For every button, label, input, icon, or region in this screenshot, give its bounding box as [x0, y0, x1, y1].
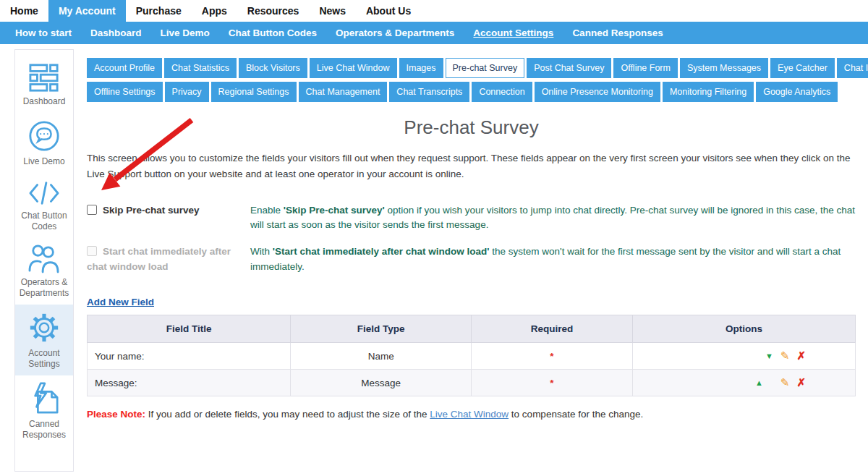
table-header-row: Field Title Field Type Required Options — [88, 315, 856, 343]
skip-pre-chat-survey-label: Skip Pre-chat survey — [103, 205, 200, 216]
survey-options: Skip Pre-chat survey Enable 'Skip Pre-ch… — [87, 203, 856, 276]
gear-icon — [27, 311, 61, 344]
edit-icon[interactable]: ✎ — [780, 349, 790, 362]
tab-google-analytics[interactable]: Google Analytics — [756, 82, 838, 102]
start-chat-immediately-label: Start chat immediately after chat window… — [87, 246, 231, 272]
tab-images[interactable]: Images — [399, 58, 443, 78]
sub-nav-chat-button-codes[interactable]: Chat Button Codes — [219, 27, 326, 38]
tab-privacy[interactable]: Privacy — [165, 82, 209, 102]
note-body: to compensate for the change. — [509, 409, 643, 420]
column-header-options: Options — [633, 315, 856, 343]
table-row: Your name: Name * ▼ ✎ ✗ — [88, 343, 856, 370]
start-option-description: With 'Start chat immediately after chat … — [250, 245, 856, 275]
description-bold-text: 'Start chat immediately after chat windo… — [273, 246, 490, 257]
survey-fields-table: Field Title Field Type Required Options … — [87, 315, 856, 396]
sidebar-item-label: Canned Responses — [17, 419, 71, 441]
tab-block-visitors[interactable]: Block Visitors — [239, 58, 307, 78]
move-up-icon[interactable]: ▲ — [755, 378, 763, 387]
move-down-icon[interactable]: ▼ — [765, 352, 773, 360]
sidebar-item-operators-departments[interactable]: Operators & Departments — [15, 238, 73, 305]
sidebar-item-label: Account Settings — [17, 348, 71, 370]
add-new-field-link[interactable]: Add New Field — [87, 297, 154, 307]
sidebar-item-canned-responses[interactable]: Canned Responses — [15, 375, 73, 446]
top-nav-news[interactable]: News — [309, 0, 356, 22]
start-chat-immediately-option: Start chat immediately after chat window… — [87, 245, 250, 275]
tab-chat-transcripts[interactable]: Chat Transcripts — [389, 82, 469, 102]
column-header-field-title: Field Title — [88, 315, 291, 343]
code-icon — [27, 179, 61, 207]
delete-icon[interactable]: ✗ — [796, 376, 806, 389]
sidebar-item-chat-button-codes[interactable]: Chat Button Codes — [15, 173, 73, 238]
tab-offline-settings[interactable]: Offline Settings — [87, 82, 163, 102]
sidebar: Dashboard Live Demo Chat Button Codes — [14, 49, 74, 472]
required-asterisk: * — [550, 351, 553, 362]
sub-nav: How to start Dashboard Live Demo Chat Bu… — [0, 22, 868, 44]
tab-chat-statistics[interactable]: Chat Statistics — [164, 58, 237, 78]
sidebar-item-label: Chat Button Codes — [17, 211, 71, 232]
live-chat-window-link[interactable]: Live Chat Window — [430, 409, 509, 420]
sidebar-item-account-settings[interactable]: Account Settings — [15, 305, 73, 375]
tab-offline-form[interactable]: Offline Form — [613, 58, 678, 78]
tab-system-messages[interactable]: System Messages — [680, 58, 768, 78]
tab-pre-chat-survey[interactable]: Pre-chat Survey — [446, 58, 525, 78]
field-title-cell: Your name: — [88, 343, 291, 370]
tab-connection[interactable]: Connection — [472, 82, 532, 102]
please-note-label: Please Note: — [87, 409, 145, 420]
tab-live-chat-window[interactable]: Live Chat Window — [310, 58, 397, 78]
top-nav-my-account[interactable]: My Account — [48, 0, 126, 22]
top-nav-resources[interactable]: Resources — [237, 0, 310, 22]
tab-monitoring-filtering[interactable]: Monitoring Filtering — [663, 82, 754, 102]
sidebar-item-label: Operators & Departments — [17, 277, 71, 299]
sub-nav-account-settings[interactable]: Account Settings — [464, 27, 563, 38]
row-options: ▼ ✎ ✗ — [640, 349, 848, 362]
sub-nav-canned-responses[interactable]: Canned Responses — [563, 27, 672, 38]
skip-option-description: Enable 'Skip Pre-chat survey' option if … — [250, 203, 856, 234]
main-content: Account Profile Chat Statistics Block Vi… — [87, 58, 856, 430]
required-asterisk: * — [550, 378, 553, 388]
start-chat-immediately-checkbox[interactable] — [87, 246, 97, 256]
sidebar-item-label: Dashboard — [23, 96, 66, 107]
tab-online-presence-monitoring[interactable]: Online Presence Monitoring — [535, 82, 660, 102]
field-type-cell: Message — [291, 370, 472, 396]
sidebar-item-label: Live Demo — [23, 156, 64, 167]
description-bold-text: 'Skip Pre-chat survey' — [284, 205, 385, 216]
sidebar-item-dashboard[interactable]: Dashboard — [15, 56, 73, 113]
delete-icon[interactable]: ✗ — [796, 349, 806, 362]
canned-responses-icon — [28, 382, 60, 415]
table-row: Message: Message * ▲ ✎ ✗ — [88, 370, 856, 396]
sub-nav-operators-departments[interactable]: Operators & Departments — [326, 27, 464, 38]
skip-pre-chat-survey-checkbox[interactable] — [87, 205, 97, 215]
column-header-required: Required — [471, 315, 632, 343]
top-nav-apps[interactable]: Apps — [192, 0, 237, 22]
tab-regional-settings[interactable]: Regional Settings — [211, 82, 297, 102]
sidebar-item-live-demo[interactable]: Live Demo — [15, 113, 73, 173]
settings-tabs-row-2: Offline Settings Privacy Regional Settin… — [87, 82, 856, 102]
tab-chat-invitation[interactable]: Chat Invitation — [837, 58, 868, 78]
note-body: If you add or delete fields, you may nee… — [145, 409, 430, 420]
sub-nav-dashboard[interactable]: Dashboard — [81, 27, 151, 38]
live-demo-icon — [27, 119, 61, 153]
settings-tabs-row-1: Account Profile Chat Statistics Block Vi… — [87, 58, 856, 78]
top-nav: Home My Account Purchase Apps Resources … — [0, 0, 868, 22]
tab-account-profile[interactable]: Account Profile — [87, 58, 162, 78]
description-text: With — [250, 246, 273, 257]
dashboard-icon — [28, 62, 60, 93]
tab-chat-management[interactable]: Chat Management — [299, 82, 388, 102]
field-title-cell: Message: — [88, 370, 291, 396]
top-nav-about-us[interactable]: About Us — [356, 0, 421, 22]
description-text: Enable — [250, 205, 284, 216]
top-nav-purchase[interactable]: Purchase — [126, 0, 192, 22]
edit-icon[interactable]: ✎ — [780, 376, 790, 389]
users-icon — [27, 245, 61, 273]
tab-eye-catcher[interactable]: Eye Catcher — [770, 58, 835, 78]
top-nav-home[interactable]: Home — [0, 0, 48, 22]
tab-post-chat-survey[interactable]: Post Chat Survey — [527, 58, 611, 78]
sub-nav-how-to-start[interactable]: How to start — [6, 27, 81, 38]
row-options: ▲ ✎ ✗ — [640, 376, 848, 389]
column-header-field-type: Field Type — [291, 315, 472, 343]
please-note-text: Please Note: If you add or delete fields… — [87, 409, 856, 420]
field-type-cell: Name — [291, 343, 472, 370]
skip-pre-chat-survey-option: Skip Pre-chat survey — [87, 203, 250, 234]
intro-text: This screen allows you to customize the … — [87, 150, 856, 183]
sub-nav-live-demo[interactable]: Live Demo — [151, 27, 219, 38]
